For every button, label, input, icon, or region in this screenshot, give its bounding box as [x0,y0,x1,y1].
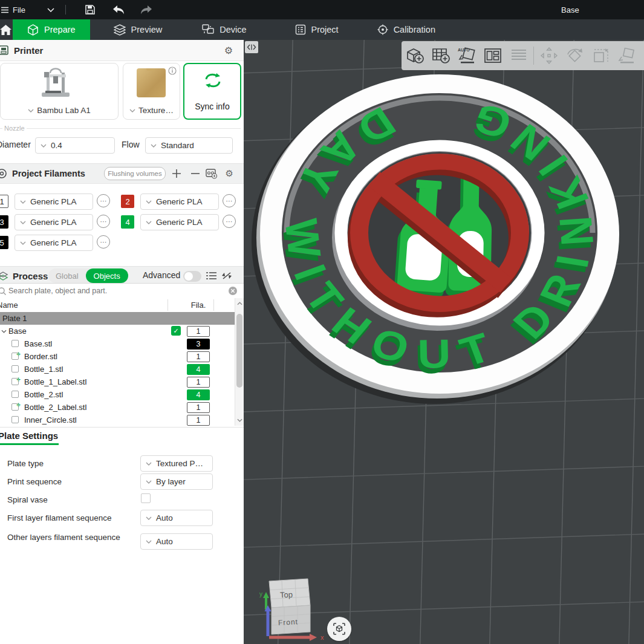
rotate-button[interactable] [562,41,588,70]
add-filament-icon[interactable] [172,169,181,178]
fit-view-button[interactable] [327,617,351,641]
expand-chevron-icon[interactable] [1,330,7,333]
filament-1-menu-icon[interactable]: ⋯ [97,194,110,207]
model-badge[interactable]: DAY WITHOUT DRINKING DAY WITHOUT DRINKIN… [252,74,619,404]
tree-row-part[interactable]: + Bottle_1_Label.stl 1 [0,376,235,388]
scroll-down-icon[interactable] [237,418,242,422]
redo-icon[interactable] [140,5,153,15]
filament-2-menu-icon[interactable]: ⋯ [223,194,236,207]
save-icon[interactable] [84,4,96,16]
sync-info-label: Sync info [184,102,240,111]
file-menu-chevron-icon[interactable] [47,8,54,12]
filament-3-menu-icon[interactable]: ⋯ [97,215,110,228]
scrollbar-thumb[interactable] [236,314,242,388]
tree-row-plate[interactable]: Plate 1 [0,312,235,325]
printer-model-label: Bambu Lab A1 [37,106,91,115]
checkbox-checked-icon[interactable]: ✓ [171,326,181,336]
remove-filament-icon[interactable] [191,172,200,175]
filament-5-select[interactable]: Generic PLA [15,235,93,251]
advanced-toggle[interactable] [183,271,201,282]
filament-1-badge[interactable]: 1 [0,195,8,208]
tree-row-part[interactable]: + Border.stl 1 [0,350,235,363]
tree-row-part[interactable]: + Inner_Circle.stl 1 [0,414,235,426]
home-button[interactable] [0,19,13,40]
move-button[interactable] [536,41,562,70]
filament-1-select[interactable]: Generic PLA [15,194,93,210]
arrange-button[interactable] [480,41,506,70]
other-layers-seq-select[interactable]: Auto [140,533,213,550]
fila-badge[interactable]: 4 [187,389,210,400]
scroll-up-icon[interactable] [237,302,242,305]
sync-info-button[interactable]: Sync info [183,63,241,120]
clear-search-icon[interactable] [228,286,238,296]
info-icon[interactable] [168,67,177,75]
view-list-icon[interactable] [206,272,216,280]
ams-icon[interactable] [206,169,218,179]
tab-project-label: Project [311,25,339,34]
auto-orient-button[interactable]: AUTO [454,41,480,70]
fila-badge[interactable]: 1 [187,326,210,337]
add-plate-button[interactable] [428,41,454,70]
filament-settings-gear-icon[interactable]: ⚙ [226,168,233,179]
tree-row-part[interactable]: + Bottle_2.stl 4 [0,388,235,401]
split-button[interactable] [506,41,532,70]
filament-5-badge[interactable]: 5 [0,236,8,249]
tree-row-part[interactable]: + Base.stl 3 [0,337,235,350]
filament-3-badge[interactable]: 3 [0,215,8,229]
nozzle-group: Nozzle Diameter 0.4 Flow Standard [0,128,241,160]
first-layer-seq-select[interactable]: Auto [140,510,213,526]
collapse-panel-button[interactable] [245,41,258,53]
fila-badge[interactable]: 4 [187,364,210,375]
tab-project[interactable]: Project [281,19,353,40]
file-menu[interactable]: File [1,5,25,15]
spiral-vase-checkbox[interactable] [141,493,151,503]
tab-preview[interactable]: Preview [99,19,177,40]
lay-on-face-button[interactable] [614,41,640,70]
search-input[interactable] [6,286,228,296]
tab-prepare[interactable]: Prepare [13,19,90,40]
tab-device[interactable]: Device [187,19,261,40]
flushing-volumes-button[interactable]: Flushing volumes [104,167,166,180]
flow-select[interactable]: Standard [145,137,233,154]
plate-select[interactable]: Texture… [123,106,180,115]
filament-3-select[interactable]: Generic PLA [15,214,93,230]
object-search-row [0,283,244,299]
orientation-gizmo[interactable]: Top Front y x [258,573,334,644]
tree-row-base[interactable]: Base ✓ 1 [0,325,235,337]
add-object-button[interactable] [402,41,428,70]
process-global-option[interactable]: Global [48,272,86,281]
process-section-title: Process [13,271,48,281]
fila-badge[interactable]: 1 [187,377,210,388]
plate-card[interactable]: Texture… [123,63,180,120]
printer-settings-gear-icon[interactable]: ⚙ [224,45,233,56]
viewport-3d[interactable]: DAY WITHOUT DRINKING DAY WITHOUT DRINKIN… [244,40,644,644]
printer-model-select[interactable]: Bambu Lab A1 [1,106,118,115]
fila-badge[interactable]: 1 [187,402,210,413]
process-objects-option[interactable]: Objects [86,268,128,283]
fila-badge[interactable]: 3 [187,339,210,350]
filament-4-menu-icon[interactable]: ⋯ [223,215,236,228]
undo-icon[interactable] [112,5,125,15]
filament-5-menu-icon[interactable]: ⋯ [97,235,110,249]
nozzle-diameter-select[interactable]: 0.4 [35,137,115,154]
other-layers-seq-value: Auto [156,537,173,546]
plate-type-select[interactable]: Textured P… [140,455,213,472]
filament-4-badge[interactable]: 4 [121,215,134,229]
tab-prepare-label: Prepare [44,25,76,34]
tab-calibration[interactable]: Calibration [363,19,450,40]
nozzle-diameter-value: 0.4 [51,141,62,150]
tree-row-part[interactable]: + Bottle_2_Label.stl 1 [0,401,235,414]
scale-button[interactable] [588,41,614,70]
filament-4-select[interactable]: Generic PLA [140,214,219,230]
tree-row-part[interactable]: + Bottle_1.stl 4 [0,363,235,376]
printer-card[interactable]: Bambu Lab A1 [0,63,119,120]
collapse-sidebar-icon[interactable] [221,271,232,281]
fila-badge[interactable]: 1 [187,351,210,362]
filament-2-select[interactable]: Generic PLA [140,194,219,210]
print-sequence-select[interactable]: By layer [140,473,213,490]
object-tree: Plate 1 Base ✓ 1 + Base.stl 3 + Border.s… [0,312,235,426]
plate-settings-tab[interactable]: Plate Settings [0,427,244,445]
tree-scrollbar[interactable] [235,298,244,426]
filament-2-badge[interactable]: 2 [121,195,134,208]
fila-badge[interactable]: 1 [187,415,210,426]
